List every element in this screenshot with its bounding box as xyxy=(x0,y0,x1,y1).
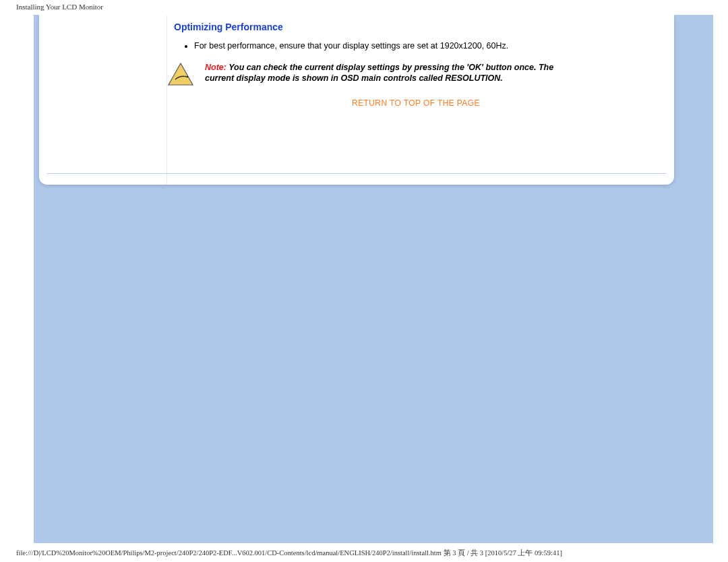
page-background: Optimizing Performance For best performa… xyxy=(34,15,713,543)
section-heading: Optimizing Performance xyxy=(174,22,658,32)
page-title: Installing Your LCD Monitor xyxy=(16,3,103,11)
warning-icon xyxy=(167,62,194,86)
note-body: You can check the current display settin… xyxy=(205,63,553,84)
note-text: Note: You can check the current display … xyxy=(205,62,582,85)
bullet-list: For best performance, ensure that your d… xyxy=(194,40,658,53)
list-item: For best performance, ensure that your d… xyxy=(194,40,658,53)
footer-filepath: file:///D|/LCD%20Monitor%20OEM/Philips/M… xyxy=(16,549,712,558)
note-label: Note: xyxy=(205,63,226,72)
note-block: Note: You can check the current display … xyxy=(167,62,658,86)
svg-point-1 xyxy=(187,75,189,77)
svg-marker-0 xyxy=(169,63,193,85)
left-sidebar xyxy=(39,15,167,185)
return-to-top-link[interactable]: RETURN TO TOP OF THE PAGE xyxy=(174,98,658,108)
content-panel: Optimizing Performance For best performa… xyxy=(39,15,674,185)
page-header: Installing Your LCD Monitor xyxy=(0,0,728,13)
main-content: Optimizing Performance For best performa… xyxy=(174,19,658,108)
